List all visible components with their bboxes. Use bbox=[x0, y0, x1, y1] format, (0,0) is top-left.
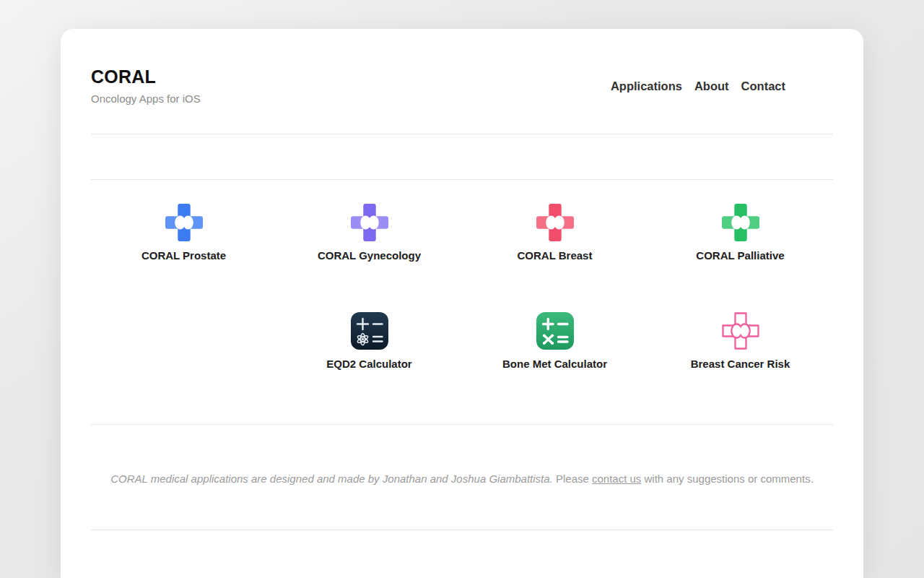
app-coral-palliative[interactable]: CORAL Palliative bbox=[648, 204, 833, 263]
bone-met-calculator-icon bbox=[536, 312, 574, 350]
app-breast-cancer-risk[interactable]: Breast Cancer Risk bbox=[648, 312, 833, 371]
coral-gynecology-cross-icon bbox=[351, 204, 388, 241]
app-grid: CORAL Prostate CORAL Gynecology bbox=[91, 204, 833, 371]
main-nav: Applications About Contact bbox=[611, 79, 785, 93]
empty-band bbox=[91, 134, 833, 179]
app-label: CORAL Palliative bbox=[696, 249, 784, 263]
nav-link-about[interactable]: About bbox=[694, 79, 729, 93]
eqd2-calculator-icon bbox=[351, 312, 388, 350]
footer-suffix: with any suggestions or comments. bbox=[641, 473, 813, 485]
footer-note: CORAL medical applications are designed … bbox=[91, 425, 833, 530]
footer-credit: CORAL medical applications are designed … bbox=[110, 473, 553, 485]
footer-please: Please bbox=[553, 473, 592, 485]
coral-breast-cross-icon bbox=[536, 204, 574, 241]
app-label: EQD2 Calculator bbox=[326, 358, 411, 371]
nav-link-contact[interactable]: Contact bbox=[741, 79, 785, 93]
divider bbox=[91, 530, 833, 530]
app-label: CORAL Gynecology bbox=[318, 249, 421, 263]
site-subtitle: Oncology Apps for iOS bbox=[91, 91, 201, 106]
app-label: CORAL Breast bbox=[518, 249, 593, 263]
site-title: CORAL bbox=[91, 66, 201, 87]
site-identity: CORAL Oncology Apps for iOS bbox=[91, 66, 201, 106]
divider bbox=[91, 179, 833, 180]
contact-us-link[interactable]: contact us bbox=[592, 473, 641, 485]
app-label: CORAL Prostate bbox=[141, 249, 226, 263]
nav-link-applications[interactable]: Applications bbox=[611, 79, 682, 93]
header: CORAL Oncology Apps for iOS Applications… bbox=[91, 29, 833, 106]
app-label: Bone Met Calculator bbox=[502, 358, 607, 371]
coral-prostate-cross-icon bbox=[165, 204, 203, 241]
app-coral-prostate[interactable]: CORAL Prostate bbox=[91, 204, 276, 263]
app-coral-gynecology[interactable]: CORAL Gynecology bbox=[276, 204, 462, 263]
app-bone-met-calculator[interactable]: Bone Met Calculator bbox=[462, 312, 648, 371]
coral-palliative-cross-icon bbox=[722, 204, 759, 241]
breast-cancer-risk-cross-icon bbox=[722, 312, 759, 350]
app-coral-breast[interactable]: CORAL Breast bbox=[462, 204, 648, 263]
app-eqd2-calculator[interactable]: EQD2 Calculator bbox=[276, 312, 462, 371]
page-card: CORAL Oncology Apps for iOS Applications… bbox=[61, 29, 863, 578]
app-label: Breast Cancer Risk bbox=[691, 358, 790, 371]
